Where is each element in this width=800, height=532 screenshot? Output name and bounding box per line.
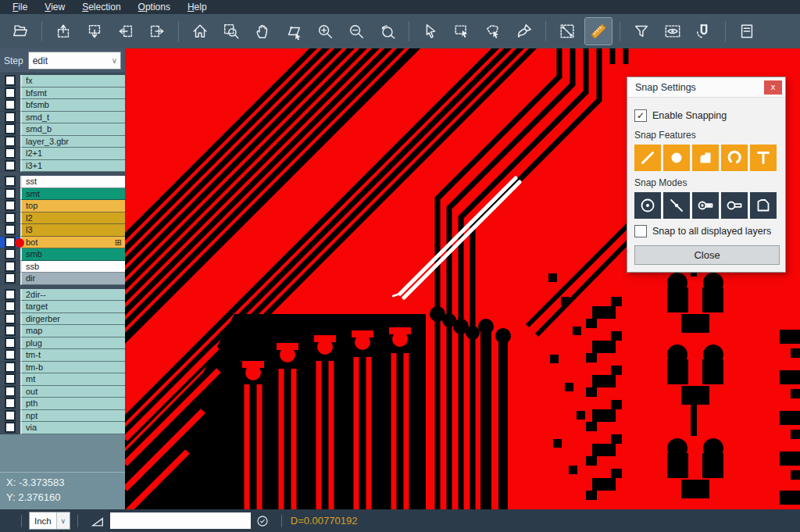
- layer-visibility-cell[interactable]: [0, 87, 20, 100]
- layer-checkbox[interactable]: [5, 212, 16, 223]
- layer-row-fx[interactable]: fx: [0, 75, 125, 87]
- home-button[interactable]: [187, 18, 213, 45]
- layer-form-button[interactable]: [734, 18, 760, 45]
- layer-row-npt[interactable]: npt: [0, 410, 125, 423]
- circle-check-icon[interactable]: [255, 514, 270, 528]
- pan-up-button[interactable]: [50, 18, 77, 45]
- zoom-in-button[interactable]: [312, 18, 338, 45]
- layer-checkbox[interactable]: [5, 160, 16, 171]
- layer-label[interactable]: smt: [20, 188, 125, 201]
- layer-checkbox[interactable]: [5, 112, 16, 123]
- layer-row-dirgerber[interactable]: dirgerber: [0, 313, 125, 326]
- close-button[interactable]: Close: [634, 245, 780, 265]
- layer-visibility-cell[interactable]: [0, 301, 20, 313]
- snap-arc-button[interactable]: [721, 145, 748, 171]
- layer-checkbox[interactable]: [5, 123, 16, 134]
- layer-row-l2+1[interactable]: l2+1: [0, 148, 125, 160]
- layer-checkbox[interactable]: [5, 176, 16, 187]
- layer-visibility-cell[interactable]: [0, 362, 20, 374]
- layer-label[interactable]: top: [20, 200, 125, 212]
- ruler-button[interactable]: [585, 18, 612, 45]
- layer-checkbox[interactable]: [5, 136, 16, 147]
- layer-row-tm-t[interactable]: tm-t: [0, 349, 125, 362]
- layer-row-layer_3.gbr[interactable]: layer_3.gbr: [0, 136, 125, 148]
- layer-label[interactable]: layer_3.gbr: [20, 136, 125, 148]
- menu-file[interactable]: File: [5, 1, 35, 13]
- layer-visibility-cell[interactable]: [0, 200, 20, 212]
- mode-feature-filled-button[interactable]: [692, 192, 719, 219]
- snap-text-button[interactable]: [750, 145, 777, 171]
- layer-row-smd_b[interactable]: smd_b: [0, 123, 125, 136]
- layer-row-dir[interactable]: dir: [0, 273, 125, 285]
- layer-checkbox[interactable]: [5, 313, 16, 324]
- layer-row-bot[interactable]: bot⊞: [0, 237, 125, 249]
- layer-checkbox[interactable]: [5, 337, 16, 348]
- snap-line-button[interactable]: [634, 145, 661, 171]
- mode-midpoint-button[interactable]: [663, 192, 690, 219]
- layer-label[interactable]: tm-b: [20, 362, 125, 374]
- dialog-close-icon[interactable]: x: [764, 80, 782, 95]
- snap-surface-button[interactable]: [692, 145, 719, 171]
- layer-label[interactable]: plug: [20, 337, 125, 350]
- layer-row-pth[interactable]: pth: [0, 398, 125, 410]
- layer-visibility-cell[interactable]: [0, 112, 20, 124]
- layer-visibility-cell[interactable]: [0, 123, 20, 136]
- enable-snapping-checkbox[interactable]: ✓: [634, 109, 647, 122]
- layer-label[interactable]: 2dir--: [20, 289, 125, 302]
- layer-row-tm-b[interactable]: tm-b: [0, 362, 125, 374]
- layer-visibility-cell[interactable]: [0, 188, 20, 201]
- layer-row-smd_t[interactable]: smd_t: [0, 112, 125, 124]
- layer-visibility-cell[interactable]: [0, 386, 20, 398]
- layer-label[interactable]: dirgerber: [20, 313, 125, 326]
- layer-checkbox[interactable]: [5, 325, 16, 336]
- layer-checkbox[interactable]: [5, 349, 16, 360]
- view-options-button[interactable]: [659, 18, 686, 45]
- layer-label[interactable]: smd_b: [20, 123, 125, 136]
- layer-row-l3[interactable]: l3: [0, 224, 125, 237]
- select-poly-button[interactable]: [480, 18, 506, 45]
- layer-label[interactable]: bfsmb: [20, 99, 125, 112]
- layer-checkbox[interactable]: [5, 362, 16, 373]
- layer-checkbox[interactable]: [5, 398, 16, 409]
- layer-visibility-cell[interactable]: [0, 160, 20, 173]
- dialog-title-bar[interactable]: Snap Settings x: [627, 77, 785, 98]
- layer-label[interactable]: fx: [20, 75, 125, 87]
- zoom-out-button[interactable]: [343, 18, 370, 45]
- layer-label[interactable]: l3+1: [20, 160, 125, 173]
- layer-row-ssb[interactable]: ssb: [0, 261, 125, 273]
- layer-checkbox[interactable]: [5, 200, 16, 211]
- layer-visibility-cell[interactable]: [0, 248, 20, 261]
- layer-row-plug[interactable]: plug: [0, 337, 125, 350]
- layer-label[interactable]: tm-t: [20, 349, 125, 362]
- corner-angle-icon[interactable]: [90, 513, 105, 529]
- brush-button[interactable]: [511, 18, 538, 45]
- layer-checkbox[interactable]: [5, 410, 16, 421]
- zoom-previous-button[interactable]: [374, 18, 401, 45]
- layer-label[interactable]: bot⊞: [20, 237, 125, 249]
- layer-checkbox[interactable]: [5, 148, 16, 159]
- layer-row-bfsmt[interactable]: bfsmt: [0, 87, 125, 100]
- layer-label[interactable]: smd_t: [20, 112, 125, 124]
- layer-visibility-cell[interactable]: [0, 422, 20, 434]
- layer-visibility-cell[interactable]: [0, 273, 20, 285]
- layer-checkbox[interactable]: [5, 301, 16, 312]
- layer-visibility-cell[interactable]: [0, 176, 20, 188]
- layer-checkbox[interactable]: [5, 224, 16, 235]
- pan-down-button[interactable]: [81, 18, 108, 45]
- layer-visibility-cell[interactable]: [0, 224, 20, 237]
- layer-visibility-cell[interactable]: [0, 261, 20, 273]
- layer-visibility-cell[interactable]: [0, 337, 20, 350]
- layer-checkbox[interactable]: [5, 289, 16, 300]
- layer-label[interactable]: out: [20, 386, 125, 398]
- layer-label[interactable]: mt: [20, 373, 125, 386]
- layer-row-out[interactable]: out: [0, 386, 125, 398]
- layer-row-target[interactable]: target: [0, 301, 125, 313]
- select-cursor-button[interactable]: [417, 18, 444, 45]
- layer-visibility-cell[interactable]: [0, 373, 20, 386]
- layer-label[interactable]: target: [20, 301, 125, 313]
- menu-selection[interactable]: Selection: [74, 1, 128, 13]
- layer-visibility-cell[interactable]: [0, 289, 20, 302]
- layer-visibility-cell[interactable]: [0, 148, 20, 160]
- snap-all-layers-checkbox[interactable]: [634, 225, 647, 237]
- layer-label[interactable]: l2: [20, 212, 125, 225]
